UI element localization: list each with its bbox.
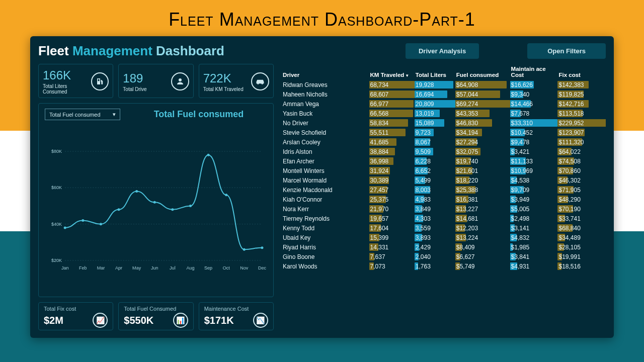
- table-row[interactable]: Kiah O'Connor25,3754,983$16,381$3,949$48…: [280, 195, 606, 204]
- cell-km: 66,568: [367, 109, 413, 118]
- table-row[interactable]: Idris Alston38,8849,509$32,075$3,421$64,…: [280, 147, 606, 156]
- svg-text:Sep: Sep: [204, 265, 212, 270]
- cell-fix: $18,516: [555, 261, 606, 271]
- svg-text:$60K: $60K: [51, 185, 62, 190]
- kpi-fuel-label: Total Fuel Consumed: [124, 306, 188, 312]
- kpi-km: 722KTotal KM Traveled: [199, 64, 274, 98]
- table-row[interactable]: Ubaid Key15,3993,893$13,224$4,832$34,489: [280, 233, 606, 242]
- cell-fix: $46,302: [555, 175, 606, 185]
- cell-maint: $4,538: [508, 175, 556, 185]
- table-row[interactable]: Kenny Todd17,6043,559$12,203$3,141$68,84…: [280, 223, 606, 233]
- svg-text:$40K: $40K: [51, 222, 62, 227]
- svg-point-27: [171, 208, 174, 211]
- table-row[interactable]: Gino Boone7,6372,040$6,627$3,841$19,991: [280, 252, 606, 261]
- cell-maint: $3,841: [508, 252, 556, 261]
- table-row[interactable]: Marcel Wormald30,3895,499$18,220$4,538$4…: [280, 175, 606, 185]
- cell-km: 55,511: [367, 128, 413, 137]
- cell-fix: $64,022: [555, 147, 606, 156]
- cell-fuel: $21,601: [453, 166, 508, 175]
- svg-text:Nov: Nov: [240, 265, 249, 270]
- kpi-drive: 189Total Drive: [118, 64, 193, 98]
- col-header[interactable]: Fix cost: [555, 64, 606, 80]
- cell-driver: Kiah O'Connor: [280, 195, 367, 204]
- col-header[interactable]: Fuel consumed: [453, 64, 508, 80]
- cell-maint: $2,498: [508, 214, 556, 223]
- col-header[interactable]: Maintain ace Cost: [508, 64, 556, 80]
- chart-metric-select[interactable]: Total Fuel consumed ▾: [45, 109, 120, 120]
- cell-maint: $3,949: [508, 195, 556, 204]
- table-row[interactable]: Kenzie Macdonald27,4578,003$25,388$9,709…: [280, 185, 606, 195]
- driver-icon: [171, 72, 189, 90]
- table-row[interactable]: Maheen Nicholls68,60716,694$57,044$9,340…: [280, 89, 606, 99]
- cell-fix: $70,190: [555, 204, 606, 214]
- cell-km: 30,389: [367, 175, 413, 185]
- cell-driver: Yasin Buck: [280, 109, 367, 118]
- cell-fix: $113,518: [555, 109, 606, 118]
- cell-maint: $14,466: [508, 99, 556, 109]
- kpi-km-value: 722K: [203, 71, 244, 85]
- cell-km: 66,977: [367, 99, 413, 109]
- table-row[interactable]: Arslan Cooley41,6858,067$27,294$9,478$11…: [280, 137, 606, 147]
- title-word-1: Fleet: [38, 43, 72, 58]
- svg-point-30: [225, 194, 227, 196]
- cell-liters: 9,509: [413, 147, 453, 156]
- cell-driver: Montell Winters: [280, 166, 367, 175]
- table-row[interactable]: Tierney Reynolds19,6574,303$14,681$2,498…: [280, 214, 606, 223]
- cell-maint: $9,478: [508, 137, 556, 147]
- open-filters-button[interactable]: Open Filters: [527, 43, 606, 59]
- cell-fuel: $8,409: [453, 242, 508, 252]
- cell-liters: 16,694: [413, 89, 453, 99]
- driver-analysis-button[interactable]: Driver Analysis: [406, 43, 479, 59]
- chevron-down-icon: ▾: [113, 111, 116, 118]
- table-row[interactable]: Efan Archer36,9986,228$19,740$11,133$74,…: [280, 156, 606, 166]
- cell-maint: $33,310: [508, 118, 556, 128]
- cell-km: 58,834: [367, 118, 413, 128]
- dashboard-header: Fleet Management Dashboard Driver Analys…: [38, 43, 606, 59]
- cell-fuel: $13,224: [453, 233, 508, 242]
- col-header[interactable]: Driver: [280, 64, 367, 80]
- cell-fuel: $25,388: [453, 185, 508, 195]
- table-row[interactable]: Amman Vega66,97720,809$69,274$14,466$142…: [280, 99, 606, 109]
- table-row[interactable]: Nora Kerr21,9703,849$13,227$5,005$70,190: [280, 204, 606, 214]
- cell-km: 7,637: [367, 252, 413, 261]
- cell-liters: 6,652: [413, 166, 453, 175]
- cell-liters: 13,019: [413, 109, 453, 118]
- cell-driver: Maheen Nicholls: [280, 89, 367, 99]
- cell-fix: $123,907: [555, 128, 606, 137]
- cell-driver: Riyad Harris: [280, 242, 367, 252]
- table-row[interactable]: Riyad Harris14,3312,429$8,409$1,985$28,1…: [280, 242, 606, 252]
- col-header[interactable]: KM Traveled▼: [367, 64, 413, 80]
- cell-fix: $48,290: [555, 195, 606, 204]
- table-row[interactable]: Montell Winters31,9246,652$21,601$10,969…: [280, 166, 606, 175]
- svg-point-22: [82, 219, 84, 222]
- cell-fuel: $14,681: [453, 214, 508, 223]
- col-header[interactable]: Total Liters: [413, 64, 453, 80]
- kpi-km-label: Total KM Traveled: [203, 86, 244, 92]
- svg-point-25: [135, 190, 138, 193]
- driver-table-wrap[interactable]: DriverKM Traveled▼Total LitersFuel consu…: [280, 64, 606, 330]
- cell-km: 15,399: [367, 233, 413, 242]
- svg-text:Aug: Aug: [186, 265, 194, 270]
- table-row[interactable]: Yasin Buck66,56813,019$43,353$7,678$113,…: [280, 109, 606, 118]
- cell-fix: $74,508: [555, 156, 606, 166]
- kpi-liters-label: Total Liters Consumed: [43, 83, 91, 95]
- dashboard-title: Fleet Management Dashboard: [38, 43, 224, 59]
- cell-maint: $7,678: [508, 109, 556, 118]
- table-row[interactable]: Karol Woods7,0731,763$5,749$4,931$18,516: [280, 261, 606, 271]
- cell-fuel: $16,381: [453, 195, 508, 204]
- kpi-maint-value: $171K: [204, 315, 234, 326]
- cell-km: 19,657: [367, 214, 413, 223]
- cell-maint: $10,452: [508, 128, 556, 137]
- cell-fix: $70,860: [555, 166, 606, 175]
- svg-text:Mar: Mar: [97, 265, 105, 270]
- cell-driver: Karol Woods: [280, 261, 367, 271]
- cell-fuel: $69,274: [453, 99, 508, 109]
- table-row[interactable]: Stevie Schofield55,5119,723$34,194$10,45…: [280, 128, 606, 137]
- cell-liters: 5,499: [413, 175, 453, 185]
- cell-km: 17,604: [367, 223, 413, 233]
- cell-fuel: $27,294: [453, 137, 508, 147]
- table-row[interactable]: No Driver58,83415,089$46,830$33,310$229,…: [280, 118, 606, 128]
- chart-select-value: Total Fuel consumed: [49, 112, 101, 118]
- table-row[interactable]: Ridwan Greaves68,73419,928$64,908$16,626…: [280, 80, 606, 89]
- svg-point-24: [118, 208, 120, 211]
